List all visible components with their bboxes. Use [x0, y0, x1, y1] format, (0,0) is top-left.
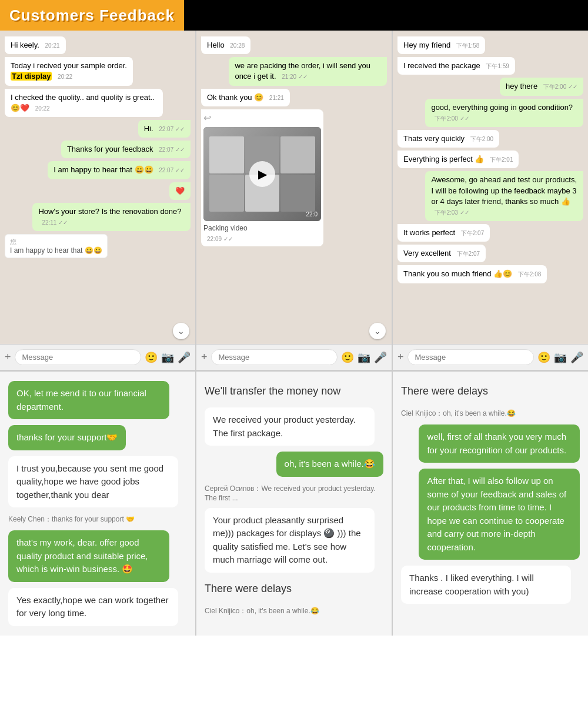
list-item: good, everything going in good condition… — [397, 99, 583, 127]
bp-bubble: thanks for your support🤝 — [8, 425, 126, 450]
reply-icon[interactable]: ↩ — [203, 112, 211, 125]
bubble: we are packing the order, i will send yo… — [229, 57, 387, 85]
list-item: I received the package 下午1:59 — [397, 57, 583, 75]
chat-panel-1: Hi keely. 20:21 Today i recived your sam… — [0, 31, 196, 370]
bubble: Today i recived your sample order. Tzl d… — [5, 57, 133, 85]
bubble: Thank you so much friend 👍😊 下午2:08 — [397, 265, 547, 283]
highlight: Tzl display — [11, 72, 52, 81]
bp-title: There were delays — [205, 579, 292, 599]
emoji-icon[interactable]: 🙂 — [341, 351, 354, 364]
bp-bubble: well, first of all thank you very much f… — [419, 424, 580, 463]
add-icon[interactable]: + — [397, 351, 404, 363]
scroll-indicator[interactable]: ⌄ — [173, 323, 189, 339]
bubble: Everything is perfect 👍 下午2:01 — [397, 151, 519, 168]
bubble: Thanks for your feedback 22:07 ✓✓ — [61, 141, 191, 158]
bp-bubble: We received your product yesterday. The … — [205, 407, 375, 446]
bubble: Hi. 22:07 ✓✓ — [138, 120, 191, 138]
list-item: Thats very quickly 下午2:00 — [397, 130, 583, 148]
chat-messages-3: Hey my friend 下午1:58 I received the pack… — [393, 31, 588, 344]
bp-bubble: that's my work, dear. offer good quality… — [8, 530, 169, 582]
list-item: I checked the quolity.. and quolity is g… — [5, 89, 191, 117]
list-item: Hi keely. 20:21 — [5, 36, 191, 54]
bp-bubble: Yes exactly,hope we can work together fo… — [8, 588, 178, 626]
bp-small-text: Keely Chen：thanks for your support 🤝 — [8, 514, 187, 524]
preview-bubble: 您 I am happy to hear that 😀😀 — [5, 234, 108, 258]
bp-bubble: OK, let me send it to our financial depa… — [8, 381, 169, 419]
bottom-panel-2: We'll transfer the money now We received… — [196, 372, 393, 636]
bubble: I am happy to hear that 😀😀 22:07 ✓✓ — [48, 161, 191, 179]
list-item: Hi. 22:07 ✓✓ — [5, 120, 191, 138]
chat-footer-3: + 🙂 📷 🎤 — [393, 344, 588, 370]
list-item: Hello 20:28 — [201, 36, 387, 54]
video-bubble: ↩ ▶ — [201, 109, 323, 246]
bp-bubble: Your product pleasantly surprised me))) … — [205, 508, 375, 573]
list-item: hey there 下午2:00 ✓✓ — [397, 78, 583, 95]
message-input-1[interactable] — [15, 349, 141, 365]
bubble: Thats very quickly 下午2:00 — [397, 130, 499, 148]
camera-icon[interactable]: 📷 — [554, 351, 567, 364]
list-item: Awesome, go ahead and test our products,… — [397, 171, 583, 221]
bp-small-text: Ciel Knijico：oh, it's been a while.😂 — [401, 409, 580, 419]
bubble: Hi keely. 20:21 — [5, 36, 66, 54]
bubble: ❤️ — [169, 182, 191, 200]
top-section: Hi keely. 20:21 Today i recived your sam… — [0, 31, 588, 372]
bp-title: There were delays — [401, 381, 488, 402]
bubble: hey there 下午2:00 ✓✓ — [500, 78, 583, 95]
bp-bubble: oh, it's been a while.😂 — [276, 452, 383, 477]
video-time: 22:0 — [306, 210, 318, 219]
list-item: How's your store? Is the renovation done… — [5, 203, 191, 231]
list-item: Everything is perfect 👍 下午2:01 — [397, 151, 583, 168]
add-icon[interactable]: + — [201, 351, 208, 363]
bubble: I received the package 下午1:59 — [397, 57, 515, 75]
chat-footer-2: + 🙂 📷 🎤 — [196, 344, 392, 370]
camera-icon[interactable]: 📷 — [161, 351, 174, 364]
mic-icon[interactable]: 🎤 — [570, 351, 583, 364]
bubble: Hello 20:28 — [201, 36, 250, 54]
list-item: Hey my friend 下午1:58 — [397, 36, 583, 54]
chat-panel-2: Hello 20:28 we are packing the order, i … — [196, 31, 393, 370]
add-icon[interactable]: + — [5, 351, 11, 363]
bottom-panel-1: OK, let me send it to our financial depa… — [0, 372, 196, 636]
emoji-icon[interactable]: 🙂 — [145, 351, 158, 364]
list-item: Thanks for your feedback 22:07 ✓✓ — [5, 141, 191, 158]
bubble: Awesome, go ahead and test our products,… — [425, 171, 583, 221]
emoji-icon[interactable]: 🙂 — [537, 351, 550, 364]
mic-icon[interactable]: 🎤 — [178, 351, 191, 364]
chat-panel-3: Hey my friend 下午1:58 I received the pack… — [393, 31, 588, 370]
bp-bubble: I trust you,because you sent me good qua… — [8, 456, 178, 508]
bp-bubble: Thanks . I liked everything. I will incr… — [401, 566, 571, 604]
list-item: It works perfect 下午2:07 — [397, 224, 583, 242]
bp-small-text: Сергей Осипов：We received your product y… — [205, 484, 383, 502]
bubble: Hey my friend 下午1:58 — [397, 36, 485, 54]
list-item: ❤️ — [5, 182, 191, 200]
message-input-2[interactable] — [211, 349, 338, 365]
chat-messages-2: Hello 20:28 we are packing the order, i … — [196, 31, 392, 344]
list-item: ↩ ▶ — [201, 109, 387, 246]
bubble: Very excellent 下午2:07 — [397, 245, 486, 262]
list-item: Today i recived your sample order. Tzl d… — [5, 57, 191, 85]
header: Customers Feedback — [0, 0, 588, 31]
bubble: It works perfect 下午2:07 — [397, 224, 490, 242]
bp-title: We'll transfer the money now — [205, 381, 340, 402]
mic-icon[interactable]: 🎤 — [374, 351, 387, 364]
bp-small-text: Ciel Knijico：oh, it's been a while.😂 — [205, 606, 383, 616]
message-input-3[interactable] — [407, 349, 534, 365]
camera-icon[interactable]: 📷 — [358, 351, 370, 364]
bubble: Ok thank you 😊 21:21 — [201, 89, 290, 106]
chat-messages-1: Hi keely. 20:21 Today i recived your sam… — [0, 31, 195, 344]
video-label: Packing video — [203, 223, 321, 233]
video-thumbnail[interactable]: ▶ 22:0 — [203, 127, 321, 221]
list-item: I am happy to hear that 😀😀 22:07 ✓✓ — [5, 161, 191, 179]
bp-bubble: After that, I will also follow up on som… — [419, 469, 580, 560]
scroll-indicator-2[interactable]: ⌄ — [369, 323, 386, 339]
play-button[interactable]: ▶ — [249, 161, 275, 187]
bubble: How's your store? Is the renovation done… — [32, 203, 191, 231]
list-item: we are packing the order, i will send yo… — [201, 57, 387, 85]
list-item: Ok thank you 😊 21:21 — [201, 89, 387, 106]
bottom-panel-3: There were delays Ciel Knijico：oh, it's … — [393, 372, 588, 636]
header-title-box: Customers Feedback — [0, 0, 184, 31]
bottom-section: OK, let me send it to our financial depa… — [0, 372, 588, 636]
list-item: Thank you so much friend 👍😊 下午2:08 — [397, 265, 583, 283]
bubble: I checked the quolity.. and quolity is g… — [5, 89, 163, 117]
list-item: Very excellent 下午2:07 — [397, 245, 583, 262]
